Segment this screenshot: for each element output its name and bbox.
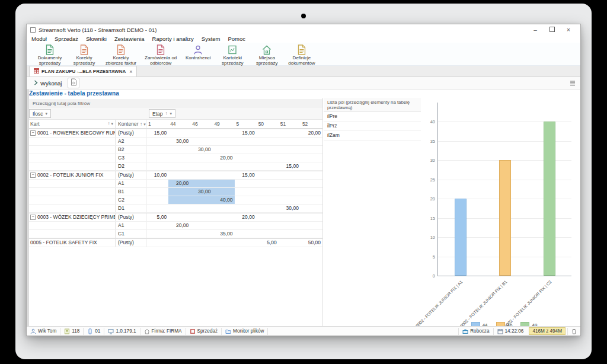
pivot-cell[interactable] [190,213,212,221]
chart-bar-44[interactable] [455,199,467,276]
pivot-cell[interactable] [146,222,168,229]
pivot-cell[interactable]: 10,00 [146,171,168,179]
pivot-cell[interactable] [235,239,257,247]
pivot-cell[interactable] [301,154,322,162]
menu-item-system[interactable]: System [202,36,221,42]
pivot-cell[interactable] [235,180,257,187]
measure-field-ilosc[interactable]: Ilosc ▾ [29,109,51,118]
pivot-cell[interactable]: 15,00 [235,171,257,179]
pivot-cell[interactable]: 35,00 [212,230,234,238]
toolbar-dokumenty-sprzeda-y[interactable]: Dokumenty sprzedaży [33,43,67,66]
pivot-cell[interactable] [257,138,279,145]
status-trash[interactable] [567,328,580,335]
pivot-cell[interactable] [146,154,168,162]
column-header-49[interactable]: 49 [212,120,234,128]
pivot-cell[interactable] [212,138,234,145]
pivot-cell[interactable] [168,146,190,154]
menu-item-sprzeda-[interactable]: Sprzedaż [55,36,78,42]
maximize-button[interactable] [544,27,560,33]
filter-drop-area[interactable]: Przeciągnij tutaj pola filtrów [29,99,322,108]
pivot-cell[interactable] [190,239,212,247]
pivot-cell[interactable] [212,188,234,196]
pivot-cell[interactable] [190,230,212,238]
column-header-5[interactable]: 5 [235,120,257,128]
pivot-cell[interactable]: 30,00 [190,188,212,196]
pivot-cell[interactable] [146,239,168,247]
panel-splitter[interactable] [322,98,323,326]
pivot-cell[interactable] [212,129,234,137]
column-header-kart[interactable]: Kart↑▾ [29,120,116,128]
pivot-cell[interactable]: 50,00 [301,239,322,247]
toolbar-korekty-zbiorcze-faktur[interactable]: Korekty zbiorcze faktur [101,43,140,66]
pivot-cell[interactable] [212,213,234,221]
pivot-cell[interactable] [257,213,279,221]
pivot-cell[interactable] [279,222,301,229]
toolbar-kontrahenci[interactable]: Kontrahenci [181,43,215,61]
column-header-51[interactable]: 51 [279,120,301,128]
menu-item-modu-[interactable]: Moduł [31,36,47,42]
pivot-cell[interactable] [168,239,190,247]
pivot-cell[interactable] [146,138,168,145]
pivot-cell[interactable] [146,205,168,212]
pivot-cell[interactable] [146,146,168,154]
pivot-cell[interactable] [279,230,301,238]
column-header-52[interactable]: 52 [301,120,322,128]
pivot-cell[interactable] [257,180,279,187]
pivot-cell[interactable] [146,188,168,196]
pivot-cell[interactable]: 20,00 [301,129,322,137]
pivot-cell[interactable] [257,222,279,229]
pivot-cell[interactable]: 30,00 [168,138,190,145]
pivot-cell[interactable] [257,154,279,162]
kontener-label[interactable]: D1 [116,205,146,212]
column-header-44[interactable]: 44 [168,120,190,128]
pivot-cell[interactable] [301,146,322,154]
pivot-cell[interactable]: 20,00 [168,180,190,187]
pivot-cell[interactable]: 20,00 [235,213,257,221]
pivot-cell[interactable] [279,239,301,247]
pivot-cell[interactable] [190,205,212,212]
pivot-cell[interactable] [212,205,234,212]
pivot-cell[interactable] [235,222,257,229]
panel-menu-button[interactable] [570,78,576,88]
pivot-cell[interactable] [190,138,212,145]
kontener-label[interactable]: A2 [116,138,146,145]
kontener-label[interactable]: (Pusty) [116,239,146,247]
pivot-cell[interactable] [301,162,322,170]
kontener-label[interactable]: B1 [116,188,146,196]
collapse-expander-icon[interactable]: − [30,173,36,178]
column-header-46[interactable]: 46 [190,120,212,128]
pivot-cell[interactable]: 20,00 [168,222,190,229]
menu-item-zestawienia[interactable]: Zestawienia [114,36,145,42]
pivot-cell[interactable] [301,138,322,145]
pivot-cell[interactable] [257,146,279,154]
pivot-cell[interactable] [301,213,322,221]
field-item-ilpre[interactable]: ilPre [324,112,421,122]
pivot-cell[interactable] [212,146,234,154]
pivot-cell[interactable] [235,146,257,154]
toolbar-korekty-sprzeda-y[interactable]: Korekty sprzedaży [67,43,101,66]
collapse-expander-icon[interactable]: − [30,130,36,136]
minimize-button[interactable]: – [527,27,544,33]
pivot-cell[interactable] [168,171,190,179]
pivot-cell[interactable] [279,171,301,179]
pivot-cell[interactable] [279,138,301,145]
pivot-cell[interactable] [257,205,279,212]
pivot-cell[interactable] [257,171,279,179]
pivot-cell[interactable] [146,230,168,238]
pivot-cell[interactable] [212,180,234,187]
pivot-cell[interactable] [301,171,322,179]
pivot-cell[interactable]: 40,00 [212,196,234,204]
pivot-cell[interactable] [279,146,301,154]
pivot-cell[interactable] [279,213,301,221]
kontener-label[interactable]: A1 [116,180,146,187]
pivot-cell[interactable] [146,180,168,187]
column-field-etap[interactable]: Etap ↑ ▾ [149,109,175,118]
sort-asc-icon[interactable]: ↑ [107,120,110,128]
pivot-cell[interactable] [257,129,279,137]
pivot-cell[interactable] [301,222,322,229]
sort-asc-icon[interactable]: ↑ [140,122,142,127]
pivot-cell[interactable] [212,162,234,170]
pivot-cell[interactable] [301,196,322,204]
kontener-label[interactable]: (Pusty) [116,171,146,179]
pivot-cell[interactable] [301,188,322,196]
